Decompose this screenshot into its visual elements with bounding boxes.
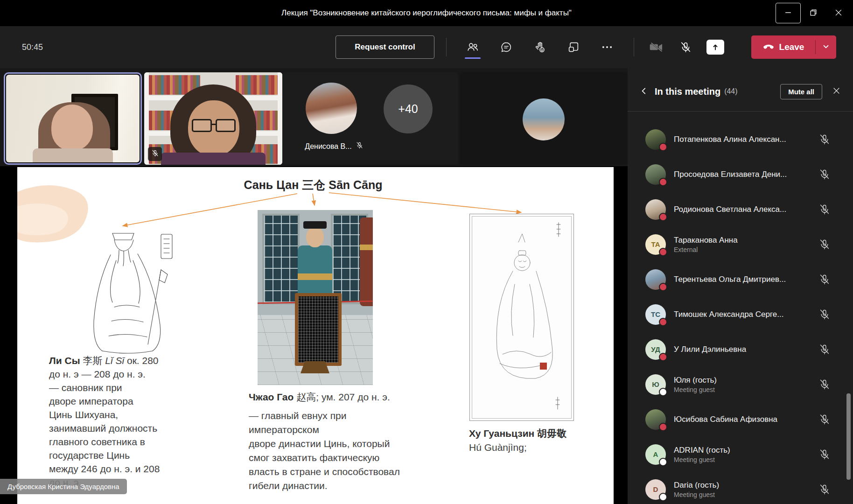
participant-name: ADRIAN (гость) <box>674 446 818 455</box>
participant-tile-4[interactable] <box>460 72 628 165</box>
participant-info: Daria (гость) Meeting guest <box>674 481 818 498</box>
li-si-caption: Ли Сы 李斯 Lǐ Sī ок. 280 до н. э — 208 до … <box>49 354 203 489</box>
presence-dot <box>659 353 667 361</box>
title-bar: Лекция "Возникновение китайского иерогли… <box>0 0 853 26</box>
camera-button[interactable] <box>645 35 668 59</box>
participant-row[interactable]: A ADRIAN (гость) Meeting guest <box>628 437 853 472</box>
participant-subtitle: Meeting guest <box>674 386 818 393</box>
zhao-gao-photo <box>258 210 373 385</box>
participant-name: У Лили Дэлиньевна <box>674 345 818 354</box>
toolbar-icon-group <box>458 35 622 59</box>
avatar: Ю <box>645 374 666 395</box>
caption-line: — главный евнух при <box>249 409 459 423</box>
participant-info: ADRIAN (гость) Meeting guest <box>674 446 818 463</box>
participant-row[interactable]: Ю Юля (гость) Meeting guest <box>628 367 853 402</box>
share-button[interactable] <box>703 35 728 59</box>
caption-line: главного советника в <box>49 435 203 448</box>
chat-button[interactable] <box>492 35 521 59</box>
participant-row[interactable]: УД У Лили Дэлиньевна <box>628 332 853 367</box>
participant-row[interactable]: D Daria (гость) Meeting guest <box>628 472 853 504</box>
presence-dot <box>659 213 667 221</box>
mic-off-icon[interactable] <box>818 343 831 356</box>
participant-info: Потапенкова Алина Алексан... <box>674 135 818 144</box>
participant-info: Юсибова Сабина Афизовна <box>674 415 818 424</box>
participant-row[interactable]: Просоедова Елизавета Дени... <box>628 157 853 192</box>
name-bold: Чжао Гао <box>249 392 294 402</box>
avatar: ТА <box>645 234 666 255</box>
close-panel-button[interactable] <box>830 85 843 98</box>
muted-badge <box>148 147 162 161</box>
back-button[interactable] <box>638 85 650 98</box>
reactions-button[interactable] <box>525 35 554 59</box>
overflow-count[interactable]: +40 <box>384 84 433 133</box>
mic-off-icon[interactable] <box>818 273 831 286</box>
mic-off-icon[interactable] <box>818 413 831 426</box>
mic-button[interactable] <box>674 35 697 59</box>
presence-dot <box>659 388 667 396</box>
avatar: УД <box>645 339 666 360</box>
participant-info: Просоедова Елизавета Дени... <box>674 170 818 179</box>
participant-info: Тимошек Александра Серге... <box>674 310 818 319</box>
minimize-button[interactable] <box>776 3 801 23</box>
avatar <box>645 129 666 150</box>
chat-icon <box>500 41 513 54</box>
scrollbar-thumb[interactable] <box>846 393 851 480</box>
mic-off-icon[interactable] <box>818 133 831 146</box>
meeting-timer: 50:45 <box>22 26 43 68</box>
breakout-rooms-icon <box>567 41 580 54</box>
maximize-button[interactable] <box>801 3 826 23</box>
hangup-icon <box>762 42 775 52</box>
request-control-button[interactable]: Request control <box>336 35 434 59</box>
participants-button[interactable] <box>458 35 487 59</box>
leave-options-chevron[interactable] <box>816 35 836 59</box>
participant-name: Юля (гость) <box>674 376 818 385</box>
statue-head <box>306 227 324 247</box>
avatar-initials: ТА <box>651 240 660 248</box>
mic-off-icon[interactable] <box>818 203 831 216</box>
participant-row[interactable]: ТА Тараканова Анна External <box>628 227 853 262</box>
participant-row[interactable]: Потапенкова Алина Алексан... <box>628 122 853 157</box>
books <box>236 75 278 95</box>
avatar <box>645 199 666 220</box>
caption-line: Чжао Гао 赵高; ум. 207 до н. э. <box>249 390 459 404</box>
person-body <box>33 148 113 162</box>
share-screen-icon <box>706 40 724 55</box>
avatar <box>306 83 357 134</box>
video-tile-2[interactable] <box>144 72 282 165</box>
avatar-initials: D <box>653 485 658 493</box>
leave-label: Leave <box>779 42 804 52</box>
lattice-window <box>262 214 300 304</box>
more-options-button[interactable] <box>593 35 622 59</box>
participant-name: Тараканова Анна <box>674 236 818 245</box>
participant-tile-denisova[interactable]: Денисова В... +40 <box>283 72 458 165</box>
mic-off-icon[interactable] <box>818 378 831 391</box>
person-face <box>51 105 93 150</box>
video-tile-active-speaker[interactable] <box>4 72 142 165</box>
participant-row[interactable]: ТС Тимошек Александра Серге... <box>628 297 853 332</box>
statue-hat <box>303 221 327 229</box>
restore-icon <box>810 9 817 17</box>
video-filmstrip: Денисова В... +40 <box>0 68 628 166</box>
caption-line: — сановник при <box>49 381 203 394</box>
teams-meeting-window: Лекция "Возникновение китайского иерогли… <box>0 0 853 504</box>
participant-info: Юля (гость) Meeting guest <box>674 376 818 393</box>
participant-row[interactable]: Терентьева Ольга Дмитриев... <box>628 262 853 297</box>
toolbar-divider <box>446 38 447 56</box>
mic-off-icon[interactable] <box>818 448 831 461</box>
mic-off-icon[interactable] <box>818 483 831 496</box>
mute-all-button[interactable]: Mute all <box>780 84 822 99</box>
caption-line: между 246 до н. э. и 208 <box>49 462 203 476</box>
leave-button[interactable]: Leave <box>751 35 815 59</box>
breakout-rooms-button[interactable] <box>559 35 588 59</box>
mic-off-icon <box>151 149 159 159</box>
close-button[interactable] <box>826 3 851 23</box>
caption-line: власть в стране и способствовал <box>249 465 459 479</box>
participant-row[interactable]: Юсибова Сабина Афизовна <box>628 402 853 437</box>
mic-off-icon[interactable] <box>818 238 831 251</box>
mic-off-icon[interactable] <box>818 308 831 321</box>
close-icon <box>832 87 840 96</box>
presence-dot <box>659 283 667 291</box>
mic-off-icon[interactable] <box>818 168 831 181</box>
participant-row[interactable]: Родионова Светлана Алекса... <box>628 192 853 227</box>
zhao-gao-caption: Чжао Гао 赵高; ум. 207 до н. э. — главный … <box>249 390 459 493</box>
